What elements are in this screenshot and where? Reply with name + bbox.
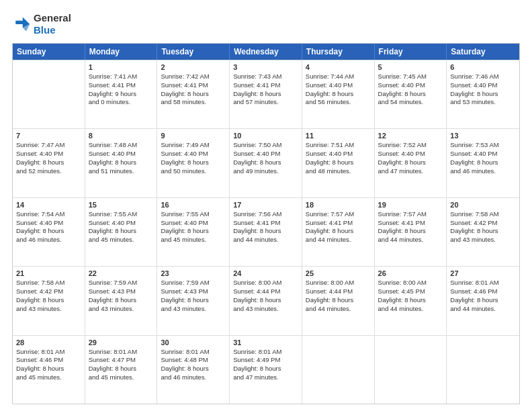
cell-line: Sunrise: 7:54 AM bbox=[16, 210, 81, 219]
calendar-cell-0-6: 6Sunrise: 7:46 AMSunset: 4:40 PMDaylight… bbox=[447, 60, 519, 128]
cell-line: Sunrise: 7:44 AM bbox=[306, 73, 371, 81]
cell-line: and 45 minutes. bbox=[161, 236, 226, 244]
cell-line: Daylight: 8 hours bbox=[161, 365, 226, 373]
cell-line: Sunset: 4:41 PM bbox=[378, 219, 443, 228]
cell-line: Sunrise: 7:55 AM bbox=[89, 210, 154, 219]
cell-line: Daylight: 8 hours bbox=[306, 158, 371, 167]
cell-line: Sunset: 4:40 PM bbox=[450, 81, 516, 90]
cell-line: Daylight: 8 hours bbox=[233, 90, 298, 99]
cell-line: Daylight: 8 hours bbox=[306, 296, 371, 305]
cell-line: and 57 minutes. bbox=[233, 98, 298, 107]
day-number: 31 bbox=[233, 338, 298, 347]
calendar-cell-4-3: 31Sunrise: 8:01 AMSunset: 4:49 PMDayligh… bbox=[230, 336, 302, 404]
cell-line: Sunset: 4:46 PM bbox=[450, 287, 516, 296]
cell-line: Sunrise: 7:53 AM bbox=[450, 141, 516, 150]
cell-line: and 0 minutes. bbox=[89, 98, 154, 107]
cell-line: Sunset: 4:40 PM bbox=[378, 150, 443, 158]
cell-line: and 43 minutes. bbox=[233, 305, 298, 314]
cell-line: Sunset: 4:40 PM bbox=[306, 81, 371, 90]
weekday-header-thursday: Thursday bbox=[302, 44, 375, 60]
cell-line: and 43 minutes. bbox=[450, 236, 516, 244]
page: General Blue SundayMondayTuesdayWednesda… bbox=[0, 0, 532, 411]
calendar-row-0: 1Sunrise: 7:41 AMSunset: 4:41 PMDaylight… bbox=[13, 60, 519, 128]
cell-line: Daylight: 8 hours bbox=[233, 296, 298, 305]
day-number: 1 bbox=[89, 63, 154, 71]
cell-line: Sunrise: 8:00 AM bbox=[233, 279, 298, 287]
cell-line: Daylight: 8 hours bbox=[233, 365, 298, 373]
cell-line: Daylight: 8 hours bbox=[233, 227, 298, 236]
logo-icon bbox=[12, 15, 31, 34]
weekday-header-friday: Friday bbox=[375, 44, 447, 60]
day-number: 30 bbox=[161, 338, 226, 347]
cell-line: Sunrise: 8:01 AM bbox=[450, 279, 516, 287]
cell-line: Sunrise: 7:52 AM bbox=[378, 141, 443, 150]
day-number: 13 bbox=[450, 132, 516, 140]
cell-line: Sunset: 4:47 PM bbox=[89, 356, 154, 365]
weekday-header-monday: Monday bbox=[85, 44, 158, 60]
cell-line: and 43 minutes. bbox=[89, 305, 154, 314]
cell-line: Sunset: 4:40 PM bbox=[16, 150, 81, 158]
day-number: 24 bbox=[233, 269, 298, 277]
cell-line: Daylight: 8 hours bbox=[16, 158, 81, 167]
day-number: 11 bbox=[306, 132, 371, 140]
calendar-cell-2-0: 14Sunrise: 7:54 AMSunset: 4:40 PMDayligh… bbox=[13, 198, 85, 266]
day-number: 4 bbox=[306, 63, 371, 71]
calendar-cell-2-2: 16Sunrise: 7:55 AMSunset: 4:40 PMDayligh… bbox=[157, 198, 230, 266]
day-number: 17 bbox=[233, 201, 298, 209]
cell-line: Sunset: 4:42 PM bbox=[16, 287, 81, 296]
cell-line: and 44 minutes. bbox=[306, 305, 371, 314]
cell-line: Daylight: 8 hours bbox=[161, 90, 226, 99]
cell-line: and 47 minutes. bbox=[378, 167, 443, 176]
day-number: 25 bbox=[306, 269, 371, 277]
day-number: 21 bbox=[16, 269, 81, 277]
cell-line: Sunrise: 7:59 AM bbox=[161, 279, 226, 287]
cell-line: Sunset: 4:41 PM bbox=[161, 81, 226, 90]
calendar-cell-4-0: 28Sunrise: 8:01 AMSunset: 4:46 PMDayligh… bbox=[13, 336, 85, 404]
cell-line: Sunrise: 7:57 AM bbox=[306, 210, 371, 219]
cell-line: and 54 minutes. bbox=[378, 98, 443, 107]
cell-line: and 53 minutes. bbox=[450, 98, 516, 107]
calendar-cell-0-1: 1Sunrise: 7:41 AMSunset: 4:41 PMDaylight… bbox=[85, 60, 158, 128]
cell-line: and 51 minutes. bbox=[89, 167, 154, 176]
calendar-cell-3-3: 24Sunrise: 8:00 AMSunset: 4:44 PMDayligh… bbox=[230, 267, 302, 334]
day-number: 7 bbox=[16, 132, 81, 140]
cell-line: and 46 minutes. bbox=[161, 373, 226, 382]
cell-line: Daylight: 8 hours bbox=[378, 158, 443, 167]
cell-line: Sunrise: 7:41 AM bbox=[89, 73, 154, 81]
cell-line: and 46 minutes. bbox=[450, 167, 516, 176]
calendar-cell-3-2: 23Sunrise: 7:59 AMSunset: 4:43 PMDayligh… bbox=[157, 267, 230, 334]
calendar-cell-2-4: 18Sunrise: 7:57 AMSunset: 4:41 PMDayligh… bbox=[302, 198, 375, 266]
calendar-cell-1-6: 13Sunrise: 7:53 AMSunset: 4:40 PMDayligh… bbox=[447, 129, 519, 197]
weekday-header-tuesday: Tuesday bbox=[157, 44, 230, 60]
day-number: 20 bbox=[450, 201, 516, 209]
cell-line: and 58 minutes. bbox=[161, 98, 226, 107]
calendar-cell-2-1: 15Sunrise: 7:55 AMSunset: 4:40 PMDayligh… bbox=[85, 198, 158, 266]
cell-line: and 50 minutes. bbox=[161, 167, 226, 176]
cell-line: Sunrise: 7:50 AM bbox=[233, 141, 298, 150]
cell-line: and 44 minutes. bbox=[378, 236, 443, 244]
day-number: 10 bbox=[233, 132, 298, 140]
day-number: 28 bbox=[16, 338, 81, 347]
cell-line: and 44 minutes. bbox=[306, 236, 371, 244]
cell-line: Daylight: 8 hours bbox=[16, 365, 81, 373]
day-number: 5 bbox=[378, 63, 443, 71]
weekday-header-wednesday: Wednesday bbox=[230, 44, 302, 60]
cell-line: Sunset: 4:43 PM bbox=[89, 287, 154, 296]
calendar-cell-4-1: 29Sunrise: 8:01 AMSunset: 4:47 PMDayligh… bbox=[85, 336, 158, 404]
cell-line: Sunrise: 7:57 AM bbox=[378, 210, 443, 219]
day-number: 22 bbox=[89, 269, 154, 277]
cell-line: and 47 minutes. bbox=[233, 373, 298, 382]
cell-line: Sunrise: 7:46 AM bbox=[450, 73, 516, 81]
day-number: 19 bbox=[378, 201, 443, 209]
cell-line: Sunset: 4:41 PM bbox=[233, 81, 298, 90]
cell-line: Daylight: 8 hours bbox=[161, 227, 226, 236]
cell-line: Daylight: 8 hours bbox=[450, 158, 516, 167]
calendar-cell-3-0: 21Sunrise: 7:58 AMSunset: 4:42 PMDayligh… bbox=[13, 267, 85, 334]
cell-line: and 44 minutes. bbox=[450, 305, 516, 314]
day-number: 23 bbox=[161, 269, 226, 277]
cell-line: and 45 minutes. bbox=[16, 373, 81, 382]
cell-line: Sunrise: 7:56 AM bbox=[233, 210, 298, 219]
cell-line: Sunset: 4:40 PM bbox=[233, 150, 298, 158]
calendar-cell-2-5: 19Sunrise: 7:57 AMSunset: 4:41 PMDayligh… bbox=[375, 198, 447, 266]
day-number: 3 bbox=[233, 63, 298, 71]
